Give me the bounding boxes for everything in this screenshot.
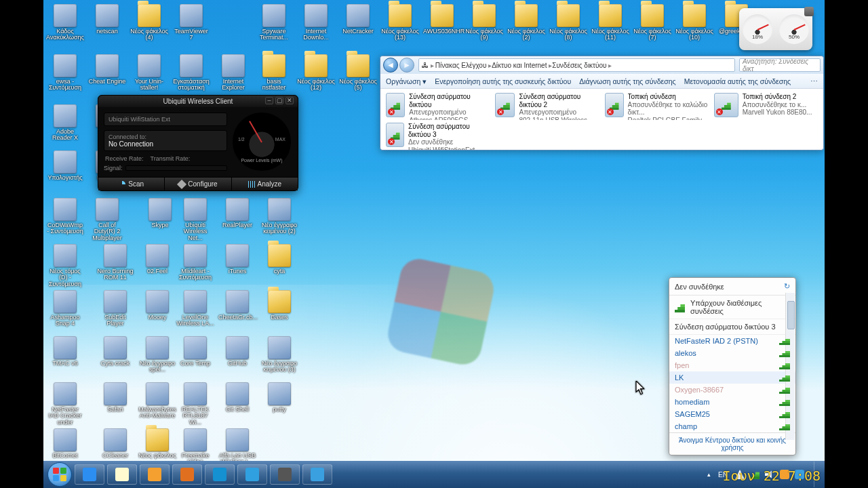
breadcrumb-item[interactable]: Πίνακας Ελέγχου [435,62,492,69]
desktop-icon[interactable]: 02.Feel [138,244,176,274]
wifi-network-item[interactable]: alekos [669,347,795,359]
desktop-icon[interactable]: LevelOne Wireless LA... [176,290,214,327]
network-adapter-item[interactable]: ✕Τοπική σύνδεση 2Αποσυνδέθηκε το κ...Mar… [714,93,818,120]
toolbar-item[interactable]: Οργάνωση ▾ [386,77,427,85]
desktop-icon[interactable]: Malwarebytes Anti-Malware [138,382,176,420]
taskbar-pinned-app[interactable] [172,464,202,485]
wifi-flyout[interactable]: Δεν συνδέθηκε ↻ Υπάρχουν διαθέσιμες συνδ… [669,277,796,455]
wifi-network-item[interactable]: SAGEM25 [669,408,795,420]
taskbar-pinned-app[interactable] [75,464,104,485]
desktop-icon[interactable]: cyta [260,244,298,274]
close-button[interactable]: ✕ [285,97,294,104]
scan-tab[interactable]: Scan [98,178,165,190]
back-button[interactable]: ◄ [383,58,398,73]
desktop-icon[interactable]: Spyware Terminat... [255,4,293,41]
open-network-center-link[interactable]: Άνοιγμα Κέντρου δικτύου και κοινής χρήση… [669,432,795,455]
search-input[interactable]: Αναζήτηση: Συνδέσεις δικτ [739,58,821,72]
taskbar-pinned-app[interactable] [270,464,300,485]
desktop-icon[interactable]: putty [260,382,298,413]
desktop-icon[interactable]: Νέος φάκελος (5) [339,54,377,92]
desktop-icon[interactable]: Cheat Engine [88,54,126,85]
desktop-icon[interactable]: Ubiquiti Wireless Net... [176,198,214,241]
desktop-icon[interactable]: Νέος φάκελος (4) [130,4,168,41]
start-button[interactable] [47,462,72,487]
desktop-icon[interactable]: Internet Downlo... [297,4,335,41]
desktop-icon[interactable]: Call of Duty(R) 2 Multiplayer [88,198,126,241]
desktop-icon[interactable]: AWUS036NHR [423,4,461,35]
wifi-network-item[interactable]: NetFasteR IAD 2 (PSTN) [669,335,795,347]
more-icon[interactable]: ⋯ [810,77,818,85]
breadcrumb[interactable]: 🖧Πίνακας ΕλέγχουΔίκτυο και InternetΣυνδέ… [418,58,735,72]
desktop-icon[interactable]: Νέος φάκελος (9) [465,4,503,41]
analyze-tab[interactable]: Analyze [232,178,298,190]
toolbar-item[interactable]: Ενεργοποίηση αυτής της συσκευής δικτύου [435,77,571,85]
desktop-icon[interactable]: Git Shell [218,382,256,413]
desktop-icon[interactable]: Νέος φάκελος (8) [549,4,587,41]
desktop-icon[interactable]: TeamViewer 7 [172,4,210,41]
network-connections-window[interactable]: ◄ ► 🖧Πίνακας ΕλέγχουΔίκτυο και InternetΣ… [380,56,824,150]
wifi-network-item[interactable]: homediam [669,396,795,408]
desktop-icon[interactable]: Νέος φάκελος (11) [591,4,629,41]
wifi-network-item[interactable]: Oxygen-38667 [669,384,795,396]
desktop-icon[interactable]: CheetaGr.cb... [218,290,256,321]
network-adapter-item[interactable]: ✕Σύνδεση ασύρματου δικτύου 2Απενεργοποιη… [495,93,599,120]
desktop-icon[interactable]: Νέος φάκελος (12) [297,54,335,92]
breadcrumb-item[interactable]: Δίκτυο και Internet [492,62,552,69]
desktop-icon[interactable]: Your Unin-staller! [130,54,168,92]
desktop-icon[interactable]: Νέος τόμος (D) - Συντόμευση [46,244,84,287]
desktop-icon[interactable]: Bases [260,290,298,321]
desktop[interactable]: Κάδος ΑνακύκλωσηςnetscanΝέος φάκελος (4)… [43,0,825,488]
wifi-network-item[interactable]: LK [669,371,795,384]
desktop-icon[interactable]: RealPlayer [218,198,256,228]
forward-button[interactable]: ► [399,58,414,73]
taskbar-pinned-app[interactable] [237,464,267,485]
desktop-icon[interactable]: Mooey [138,290,176,321]
tray-expand-icon[interactable]: ▴ [707,471,711,478]
desktop-icon[interactable]: TMAC v6 [46,336,84,367]
desktop-icon[interactable]: Νέο έγγραφο κειμένου (3) [260,336,298,373]
desktop-icon[interactable]: Νέο έγγραφο κειμένου (2) [260,198,298,235]
desktop-icon[interactable]: Safari [96,382,134,413]
desktop-icon[interactable]: REALTEK RTL8187 Wi... [176,382,214,426]
maximize-button[interactable]: ▢ [275,97,283,104]
desktop-icon[interactable]: Ashampoo Snap 4 [46,290,84,327]
network-adapter-item[interactable]: ✕Σύνδεση ασύρματου δικτύου 3Δεν συνδέθηκ… [386,123,490,150]
desktop-icon[interactable]: Νέος φάκελος (7) [633,4,671,41]
desktop-icon[interactable]: netscan [88,4,126,35]
desktop-icon[interactable]: Alfa Lan USB Wireless L... [218,428,256,466]
taskbar-pinned-app[interactable] [140,464,170,485]
minimize-button[interactable]: – [265,97,273,104]
desktop-icon[interactable]: NetFaster IAD Cracker under [46,382,84,426]
desktop-icon[interactable]: BitComet [46,428,84,459]
desktop-icon[interactable]: Νέος φάκελος [138,428,176,459]
taskbar-pinned-app[interactable] [302,464,332,485]
desktop-icon[interactable]: Εγκατάσταση στοματική [172,54,210,92]
wifi-network-item[interactable]: fpen [669,359,795,371]
wifi-network-item[interactable]: champ [669,420,795,432]
taskbar-pinned-app[interactable] [107,464,137,485]
desktop-icon[interactable]: CCleaner [96,428,134,459]
configure-tab[interactable]: Configure [165,178,231,190]
taskbar[interactable]: ▴ EN [43,461,825,488]
desktop-icon[interactable]: Νέο έγγραφο spel... [138,336,176,373]
desktop-icon[interactable]: GitHub [218,336,256,367]
desktop-icon[interactable]: Νέος φάκελος (13) [381,4,419,41]
desktop-icon[interactable]: iTunes [218,244,256,274]
desktop-icon[interactable]: CoDWaWmp - Συντόμευση [46,198,84,235]
desktop-icon[interactable]: SubEdit Player [96,290,134,327]
desktop-icon[interactable]: Nero Burning ROM 11 [96,244,134,281]
desktop-icon[interactable]: Νέος φάκελος (10) [675,4,713,41]
toolbar-item[interactable]: Μετονομασία αυτής της σύνδεσης [684,77,791,85]
window-title-bar[interactable]: Ubiquiti Wireless Client – ▢ ✕ [98,96,298,107]
desktop-icon[interactable]: Υπολογιστής [46,150,84,181]
desktop-icon[interactable]: Adobe Reader X [46,104,84,142]
taskbar-pinned-app[interactable] [205,464,235,485]
cpu-meter-gadget[interactable]: 18% 50% [739,8,812,50]
network-adapter-item[interactable]: ✕Σύνδεση ασύρματου δικτύουΑπενεργοποιημέ… [386,93,490,120]
desktop-icon[interactable]: Skype [141,198,179,228]
desktop-icon[interactable]: basis nstfaster [255,54,293,92]
desktop-icon[interactable]: ewsa - Συντόμευση [46,54,84,92]
desktop-icon[interactable]: Internet Explorer [214,54,252,92]
refresh-icon[interactable]: ↻ [784,282,790,291]
desktop-icon[interactable]: Νέος φάκελος (2) [507,4,545,41]
